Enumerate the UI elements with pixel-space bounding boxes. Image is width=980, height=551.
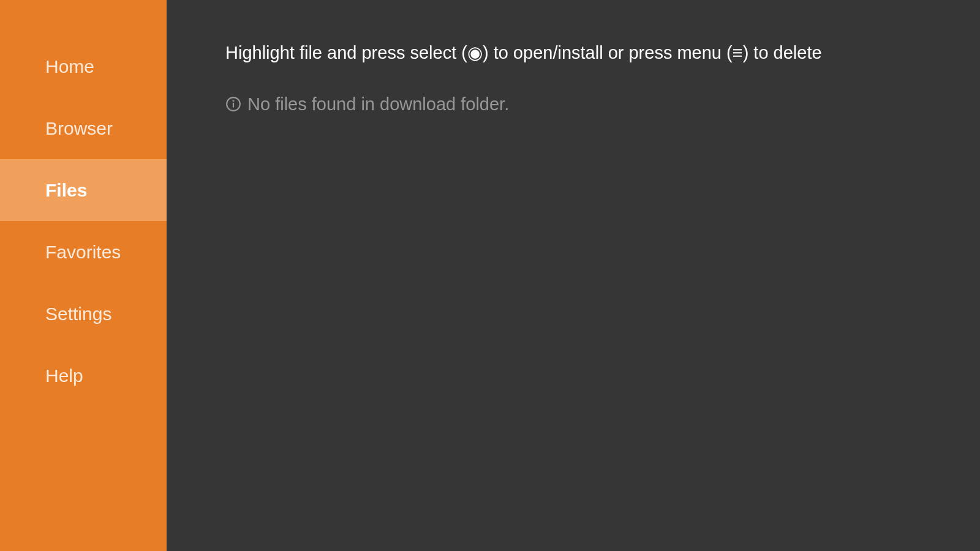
sidebar-item-help[interactable]: Help — [0, 345, 167, 407]
sidebar-item-home[interactable]: Home — [0, 36, 167, 97]
sidebar-item-label: Settings — [45, 304, 111, 324]
sidebar-item-label: Home — [45, 56, 94, 77]
sidebar: Home Browser Files Favorites Settings He… — [0, 0, 167, 551]
main-content: Highlight file and press select (◉) to o… — [167, 0, 980, 551]
sidebar-item-favorites[interactable]: Favorites — [0, 221, 167, 283]
sidebar-item-label: Favorites — [45, 242, 121, 263]
sidebar-item-browser[interactable]: Browser — [0, 97, 167, 159]
svg-point-2 — [233, 100, 233, 101]
sidebar-item-label: Files — [45, 180, 87, 201]
empty-message: No files found in download folder. — [247, 94, 509, 114]
sidebar-item-settings[interactable]: Settings — [0, 283, 167, 345]
sidebar-item-label: Browser — [45, 118, 113, 139]
empty-state: No files found in download folder. — [225, 94, 943, 114]
sidebar-item-label: Help — [45, 365, 83, 386]
info-icon — [225, 96, 241, 112]
instruction-text: Highlight file and press select (◉) to o… — [225, 42, 943, 65]
sidebar-item-files[interactable]: Files — [0, 159, 167, 221]
